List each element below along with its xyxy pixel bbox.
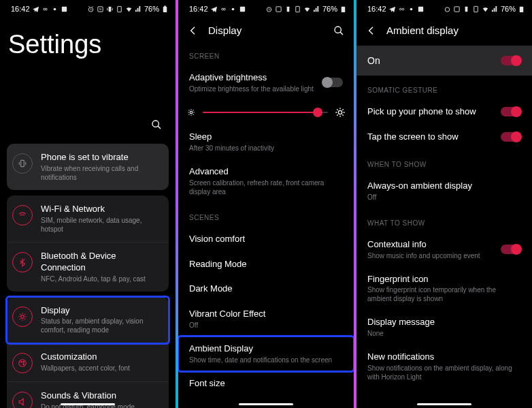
- tap-row[interactable]: Tap the screen to show: [356, 125, 532, 150]
- dev-icon: [116, 5, 123, 13]
- page-title: Ambient display: [386, 25, 522, 36]
- reading-mode-row[interactable]: Reading Mode: [178, 252, 354, 277]
- svg-rect-5: [109, 6, 112, 11]
- battery-icon: [518, 5, 525, 13]
- svg-rect-33: [465, 6, 468, 11]
- section-gesture: SOMATIC GESTURE: [356, 76, 532, 99]
- nav-pill[interactable]: [239, 403, 293, 405]
- ambient-display-row[interactable]: Ambient Display Show time, date and noti…: [178, 336, 354, 371]
- infinity-icon: [41, 5, 49, 13]
- brightness-slider[interactable]: [203, 112, 328, 113]
- pickup-toggle[interactable]: [501, 107, 521, 116]
- search-button[interactable]: [151, 119, 162, 130]
- infinity-icon: [398, 5, 405, 13]
- customization-row-icon: [12, 353, 33, 373]
- settings-main-screen: 16:42 N 76% Settings: [0, 0, 176, 408]
- search-icon[interactable]: [333, 25, 344, 36]
- svg-rect-34: [474, 6, 478, 12]
- svg-point-27: [399, 8, 401, 10]
- vision-comfort-row[interactable]: Vision comfort: [178, 227, 354, 252]
- telegram-icon: [32, 5, 39, 13]
- vibrant-color-row[interactable]: Vibrant Color Effect Off: [178, 302, 354, 336]
- svg-point-24: [335, 27, 341, 33]
- telegram-icon: [388, 5, 396, 13]
- svg-rect-18: [239, 6, 244, 11]
- battery-icon: [339, 5, 347, 13]
- settings-item-display[interactable]: Display Status bar, ambient display, vis…: [7, 297, 169, 344]
- alarm-icon: [87, 5, 95, 13]
- advanced-row[interactable]: Advanced Screen calibration, refresh rat…: [178, 159, 354, 203]
- telegram-icon: [210, 5, 218, 13]
- dev-icon: [472, 5, 480, 13]
- signal-icon: [135, 5, 142, 13]
- contextual-row[interactable]: Contextual info Show music info and upco…: [356, 232, 532, 267]
- contextual-toggle[interactable]: [501, 245, 521, 254]
- nfc-icon: [275, 5, 282, 13]
- settings-item-bluetooth[interactable]: Bluetooth & Device Connection NFC, Andro…: [7, 242, 169, 292]
- svg-point-13: [20, 362, 22, 363]
- back-icon[interactable]: [366, 25, 377, 36]
- pickup-row[interactable]: Pick up your phone to show: [356, 99, 532, 125]
- sleep-row[interactable]: Sleep After 30 minutes of inactivity: [178, 125, 354, 159]
- audio-icon: [408, 5, 415, 13]
- svg-point-25: [190, 111, 193, 114]
- ambient-on-toggle[interactable]: [501, 56, 521, 65]
- status-battery-pct: 76%: [144, 5, 159, 13]
- audio-icon: [51, 5, 59, 13]
- svg-point-28: [401, 8, 403, 10]
- adaptive-brightness-toggle[interactable]: [322, 78, 343, 87]
- adaptive-brightness-row[interactable]: Adaptive brightness Optimize brightness …: [178, 65, 354, 100]
- back-icon[interactable]: [188, 25, 199, 36]
- ambient-display-screen: 16:42 76% Ambient display On SOMATIC GES…: [356, 0, 532, 408]
- dark-mode-row[interactable]: Dark Mode: [178, 277, 354, 302]
- svg-point-15: [23, 364, 24, 365]
- battery-icon: [161, 5, 169, 13]
- section-scenes: SCENES: [178, 203, 354, 227]
- svg-rect-10: [21, 160, 24, 166]
- nav-pill[interactable]: [417, 403, 471, 405]
- brightness-high-icon: [335, 107, 346, 118]
- section-screen: SCREEN: [178, 42, 354, 65]
- svg-point-14: [23, 362, 24, 363]
- settings-item-wifi[interactable]: Wi-Fi & Network SIM, mobile network, dat…: [7, 195, 169, 242]
- svg-point-12: [19, 360, 27, 367]
- status-bar: 16:42 76%: [178, 0, 354, 16]
- vibrate-card[interactable]: Phone is set to vibrate Vibrate when rec…: [7, 144, 169, 190]
- svg-rect-22: [296, 6, 300, 12]
- vibrate-card-icon: [12, 153, 33, 174]
- nav-pill[interactable]: [61, 403, 115, 405]
- section-when: WHEN TO SHOW: [356, 150, 532, 174]
- wifi-icon: [303, 5, 311, 13]
- svg-point-29: [410, 7, 412, 10]
- signal-icon: [491, 5, 499, 13]
- nfc-icon: N: [97, 5, 104, 13]
- settings-item-customization[interactable]: Customization Wallpapers, accent color, …: [7, 343, 169, 382]
- svg-rect-20: [276, 6, 281, 11]
- ambient-on-row[interactable]: On: [356, 46, 532, 76]
- image-icon: [61, 5, 68, 13]
- brightness-thumb[interactable]: [313, 108, 322, 117]
- status-time: 16:42: [11, 5, 30, 13]
- svg-rect-21: [287, 6, 290, 11]
- brightness-slider-row: [178, 100, 354, 125]
- new-notifications-row[interactable]: New notifications Show notifications on …: [356, 345, 532, 388]
- svg-point-31: [445, 7, 449, 11]
- infinity-icon: [220, 5, 227, 13]
- image-icon: [417, 5, 425, 13]
- display-message-row[interactable]: Display message None: [356, 310, 532, 345]
- svg-rect-6: [118, 6, 122, 12]
- wifi-icon: [482, 5, 489, 13]
- vibrate-icon: [463, 5, 470, 13]
- svg-rect-7: [163, 6, 167, 12]
- page-title: Settings: [0, 16, 176, 59]
- tap-toggle[interactable]: [501, 132, 521, 142]
- sounds-row-icon: [12, 392, 33, 408]
- always-on-row[interactable]: Always-on ambient display Off: [356, 174, 532, 208]
- alarm-icon: [265, 5, 273, 13]
- audio-icon: [229, 5, 237, 13]
- svg-rect-8: [164, 5, 166, 6]
- svg-rect-23: [342, 6, 346, 12]
- fingerprint-row[interactable]: Fingerprint icon Show fingerprint icon t…: [356, 267, 532, 311]
- font-size-row[interactable]: Font size: [178, 371, 354, 396]
- svg-point-26: [338, 110, 342, 114]
